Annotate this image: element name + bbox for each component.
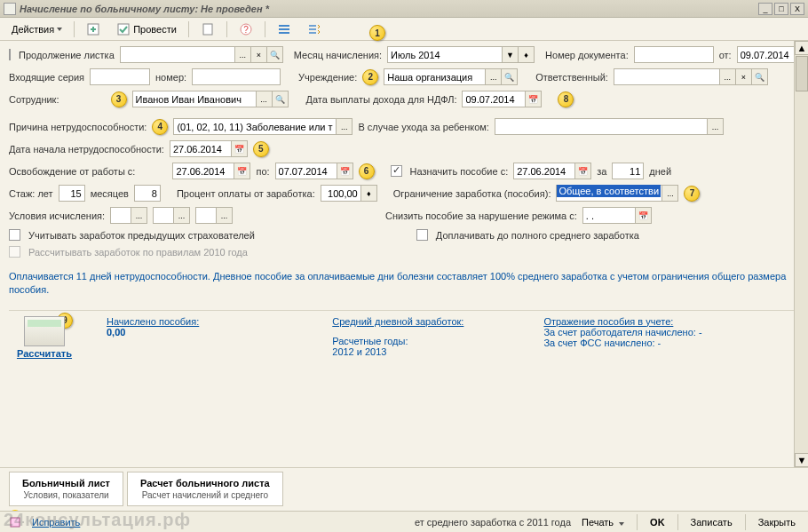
select-button[interactable]: ... <box>174 207 190 224</box>
select-button[interactable]: ... <box>486 68 502 85</box>
incoming-series-input[interactable] <box>90 68 150 85</box>
rules2010-checkbox <box>9 246 20 258</box>
maximize-button[interactable]: □ <box>774 3 788 15</box>
incoming-num-input[interactable] <box>192 68 281 85</box>
assign-benefit-date-input[interactable] <box>513 163 575 179</box>
reflection-link[interactable]: Отражение пособия в учете: <box>543 316 701 327</box>
minimize-button[interactable]: _ <box>758 3 772 15</box>
vertical-scrollbar[interactable]: ▲ ▼ <box>794 41 808 467</box>
employer-accrued: За счет работодателя начислено: - <box>543 327 701 337</box>
scroll-down-button[interactable]: ▼ <box>795 453 808 467</box>
reduce-date-input[interactable] <box>582 207 636 224</box>
exp-months-label: месяцев <box>91 188 129 199</box>
employee-input[interactable] <box>132 91 257 107</box>
percent-label: Процент оплаты от заработка: <box>177 188 315 199</box>
childcare-label: В случае ухода за ребенком: <box>358 122 489 132</box>
scrollbar-thumb[interactable] <box>796 56 808 91</box>
docdate-input[interactable] <box>737 46 797 63</box>
select-button[interactable]: ... <box>257 91 273 107</box>
post-button[interactable]: Провести <box>110 20 183 38</box>
post-icon <box>116 22 131 36</box>
prev-insurers-checkbox[interactable] <box>9 229 20 241</box>
dropdown-button[interactable]: ▼ <box>503 46 519 63</box>
cause-input[interactable] <box>173 118 337 135</box>
docnum-label: Номер документа: <box>545 50 629 60</box>
clear-button[interactable]: × <box>736 68 752 85</box>
edit-button[interactable]: Исправить <box>28 515 83 529</box>
limit-input[interactable]: Общее, в соответстви <box>556 185 662 202</box>
avg-daily-link[interactable]: Средний дневной заработок: <box>332 316 463 327</box>
ndfl-date-input[interactable] <box>462 91 526 107</box>
search-button[interactable]: 🔍 <box>752 68 768 85</box>
search-button[interactable]: 🔍 <box>502 68 518 85</box>
limit-value: Общее, в соответстви <box>557 185 661 197</box>
disability-start-input[interactable] <box>170 140 232 157</box>
settings-icon-button[interactable] <box>301 20 328 38</box>
month-input[interactable] <box>387 46 503 63</box>
new-icon-button[interactable] <box>80 20 107 38</box>
supplement-checkbox[interactable] <box>416 229 428 241</box>
responsible-input[interactable] <box>614 68 720 85</box>
search-button[interactable]: 🔍 <box>273 91 289 107</box>
childcare-input[interactable] <box>495 118 708 135</box>
calc-terms-2-input[interactable] <box>153 207 174 224</box>
calendar-button[interactable]: 📅 <box>526 91 542 107</box>
org-input[interactable] <box>384 68 486 85</box>
calendar-button[interactable]: 📅 <box>234 163 250 179</box>
tab-sick-leave[interactable]: Больничный лист Условия, показатели <box>9 472 123 506</box>
exp-years-input[interactable] <box>59 185 85 202</box>
exp-months-input[interactable] <box>134 185 161 202</box>
print-button[interactable]: Печать <box>578 515 628 529</box>
calc-terms-1-input[interactable] <box>110 207 131 224</box>
calendar-button[interactable]: 📅 <box>232 140 248 157</box>
calculate-button[interactable]: 9 Рассчитать <box>9 316 80 359</box>
select-button[interactable]: ... <box>235 46 251 63</box>
accrued-value: 0,00 <box>107 327 199 337</box>
ok-button[interactable]: OK <box>646 515 669 529</box>
select-button[interactable]: ... <box>337 118 353 135</box>
assign-for-label: за <box>597 166 606 177</box>
close-button[interactable]: X <box>790 3 804 15</box>
clear-button[interactable]: × <box>251 46 267 63</box>
toolbar: Действия Провести ? <box>0 18 808 41</box>
info-text: Оплачивается 11 дней нетрудоспособности.… <box>9 270 799 298</box>
list-icon-button[interactable] <box>271 20 297 38</box>
release-from-input[interactable] <box>172 163 234 179</box>
edit-icon <box>9 516 21 528</box>
select-button[interactable]: ... <box>720 68 736 85</box>
calendar-button[interactable]: 📅 <box>636 207 652 224</box>
calendar-button[interactable]: 📅 <box>575 163 591 179</box>
scroll-up-button[interactable]: ▲ <box>795 41 808 55</box>
select-button[interactable]: ... <box>708 118 724 135</box>
assign-days-unit: дней <box>649 166 671 177</box>
release-to-input[interactable] <box>275 163 337 179</box>
release-to-label: по: <box>256 166 269 177</box>
spinner-button[interactable]: ♦ <box>519 46 535 63</box>
actions-menu[interactable]: Действия <box>5 20 68 38</box>
calc-terms-label: Условия исчисления: <box>9 210 105 221</box>
badge-8: 8 <box>558 91 574 107</box>
search-button[interactable]: 🔍 <box>267 46 283 63</box>
tab-calculation[interactable]: Расчет больничного листа Расчет начислен… <box>127 472 283 506</box>
save-button[interactable]: Записать <box>687 515 736 529</box>
select-button[interactable]: ... <box>131 207 147 224</box>
calendar-button[interactable]: 📅 <box>337 163 353 179</box>
accrued-link[interactable]: Начислено пособия: <box>107 316 199 327</box>
continuation-input[interactable] <box>120 46 235 63</box>
assign-benefit-checkbox[interactable] <box>391 165 402 177</box>
help-icon-button[interactable]: ? <box>233 20 259 38</box>
ndfl-date-label: Дата выплаты дохода для НДФЛ: <box>306 94 457 105</box>
select-button[interactable]: ... <box>662 185 678 202</box>
calc-years-label: Расчетные годы: <box>332 336 463 346</box>
assign-days-input[interactable] <box>612 163 644 179</box>
report-icon-button[interactable] <box>194 20 221 38</box>
continuation-checkbox[interactable] <box>9 49 11 60</box>
select-button[interactable]: ... <box>217 207 233 224</box>
spinner-button[interactable]: ♦ <box>361 185 377 202</box>
close-button[interactable]: Закрыть <box>755 515 799 529</box>
docnum-input[interactable] <box>634 46 714 63</box>
percent-input[interactable] <box>321 185 361 202</box>
calc-terms-3-input[interactable] <box>195 207 217 224</box>
actions-label: Действия <box>12 24 54 35</box>
employee-label: Сотрудник: <box>9 94 59 105</box>
